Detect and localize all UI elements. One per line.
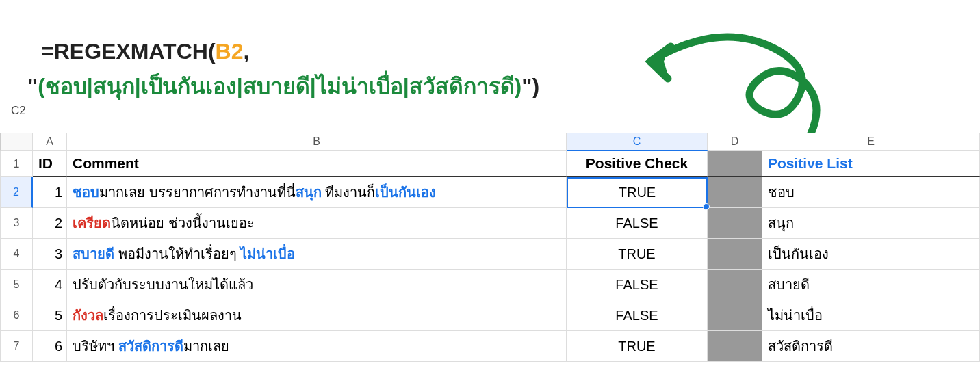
col-header-a[interactable]: A — [33, 133, 67, 151]
formula-display: = REGEXMATCH( B2 , " (ชอบ|สนุก|เป็นกันเอ… — [41, 34, 539, 104]
column-headers-row: A B C D E — [0, 133, 980, 151]
cell-positive-list[interactable]: ชอบ — [762, 177, 980, 208]
positive-word: สวัสดิการดี — [118, 335, 183, 357]
formula-line-2: " (ชอบ|สนุก|เป็นกันเอง|สบายดี|ไม่น่าเบื่… — [27, 69, 539, 104]
header-row: 1 ID Comment Positive Check Positive Lis… — [0, 151, 980, 177]
row-header[interactable]: 4 — [0, 239, 33, 270]
cell-comment[interactable]: บริษัทฯ สวัสดิการดีมากเลย — [67, 331, 567, 362]
close-quote: " — [521, 69, 532, 104]
row-header[interactable]: 3 — [0, 208, 33, 239]
name-box[interactable]: C2 — [11, 104, 26, 118]
cell-positive-check[interactable]: FALSE — [567, 300, 708, 331]
table-row: 76บริษัทฯ สวัสดิการดีมากเลยTRUEสวัสดิการ… — [0, 331, 980, 362]
close-paren: ) — [532, 69, 539, 104]
plain-text: นิดหน่อย ช่วงนี้งานเยอะ — [111, 212, 255, 234]
plain-text: มากเลย — [183, 335, 229, 357]
cell-id[interactable]: 1 — [33, 177, 67, 208]
cell-positive-check[interactable]: TRUE — [567, 177, 708, 208]
plain-text: ทีมงานก็ — [322, 181, 376, 203]
cell-col-d[interactable] — [708, 239, 762, 270]
cell-comment[interactable]: ชอบมากเลย บรรยากาศการทำงานที่นี่สนุก ทีม… — [67, 177, 567, 208]
spreadsheet[interactable]: A B C D E 1 ID Comment Positive Check Po… — [0, 133, 980, 362]
cell-col-d[interactable] — [708, 270, 762, 300]
equals-sign: = — [41, 34, 54, 69]
table-row: 32เครียดนิดหน่อย ช่วงนี้งานเยอะFALSEสนุก — [0, 208, 980, 239]
table-row: 65กังวลเรื่องการประเมินผลงานFALSEไม่น่าเ… — [0, 300, 980, 331]
positive-word: เป็นกันเอง — [375, 181, 436, 203]
row-header[interactable]: 5 — [0, 270, 33, 300]
negative-word: เครียด — [73, 212, 111, 234]
function-name: REGEXMATCH( — [54, 34, 216, 69]
positive-word: สบายดี — [73, 243, 114, 265]
cell-positive-list[interactable]: เป็นกันเอง — [762, 239, 980, 270]
cell-positive-check[interactable]: FALSE — [567, 208, 708, 239]
positive-word: สนุก — [296, 181, 322, 203]
cell-id[interactable]: 3 — [33, 239, 67, 270]
cell-col-d[interactable] — [708, 177, 762, 208]
col-header-e[interactable]: E — [762, 133, 980, 151]
table-row: 54ปรับตัวกับระบบงานใหม่ได้แล้วFALSEสบายด… — [0, 270, 980, 300]
cell-positive-check[interactable]: TRUE — [567, 331, 708, 362]
cell-id[interactable]: 6 — [33, 331, 67, 362]
table-row: 43สบายดี พอมีงานให้ทำเรื่อยๆ ไม่น่าเบื่อ… — [0, 239, 980, 270]
cell-comment[interactable]: เครียดนิดหน่อย ช่วงนี้งานเยอะ — [67, 208, 567, 239]
cell-reference: B2 — [216, 34, 244, 69]
plain-text: มากเลย บรรยากาศการทำงานที่นี่ — [99, 181, 296, 203]
cell-id[interactable]: 5 — [33, 300, 67, 331]
comma: , — [243, 34, 249, 69]
cell-positive-list[interactable]: ไม่น่าเบื่อ — [762, 300, 980, 331]
table-row: 21ชอบมากเลย บรรยากาศการทำงานที่นี่สนุก ท… — [0, 177, 980, 208]
positive-word: ชอบ — [73, 181, 99, 203]
cell-comment[interactable]: กังวลเรื่องการประเมินผลงาน — [67, 300, 567, 331]
plain-text: บริษัทฯ — [73, 335, 118, 357]
col-header-d[interactable]: D — [708, 133, 762, 151]
cell-col-d[interactable] — [708, 208, 762, 239]
cell-positive-check[interactable]: TRUE — [567, 239, 708, 270]
cell-id[interactable]: 2 — [33, 208, 67, 239]
cell-id[interactable]: 4 — [33, 270, 67, 300]
negative-word: กังวล — [73, 304, 103, 326]
curved-arrow-icon — [636, 14, 835, 137]
header-positive-check[interactable]: Positive Check — [567, 151, 708, 177]
header-id[interactable]: ID — [33, 151, 67, 177]
row-header[interactable]: 7 — [0, 331, 33, 362]
cell-positive-list[interactable]: สนุก — [762, 208, 980, 239]
header-col-d[interactable] — [708, 151, 762, 177]
regex-pattern: (ชอบ|สนุก|เป็นกันเอง|สบายดี|ไม่น่าเบื่อ|… — [38, 69, 521, 104]
cell-positive-list[interactable]: สบายดี — [762, 270, 980, 300]
plain-text: เรื่องการประเมินผลงาน — [103, 304, 242, 326]
cell-comment[interactable]: สบายดี พอมีงานให้ทำเรื่อยๆ ไม่น่าเบื่อ — [67, 239, 567, 270]
row-header-1[interactable]: 1 — [0, 151, 33, 177]
plain-text: พอมีงานให้ทำเรื่อยๆ — [114, 243, 240, 265]
positive-word: ไม่น่าเบื่อ — [240, 243, 295, 265]
col-header-c[interactable]: C — [567, 133, 708, 151]
plain-text: ปรับตัวกับระบบงานใหม่ได้แล้ว — [73, 274, 253, 295]
svg-marker-0 — [645, 44, 669, 79]
open-quote: " — [27, 69, 38, 104]
select-all-corner[interactable] — [0, 133, 33, 151]
row-header[interactable]: 2 — [0, 177, 33, 208]
row-header[interactable]: 6 — [0, 300, 33, 331]
cell-col-d[interactable] — [708, 300, 762, 331]
header-positive-list[interactable]: Positive List — [762, 151, 980, 177]
formula-line-1: = REGEXMATCH( B2 , — [41, 34, 539, 69]
header-comment[interactable]: Comment — [67, 151, 567, 177]
cell-comment[interactable]: ปรับตัวกับระบบงานใหม่ได้แล้ว — [67, 270, 567, 300]
col-header-b[interactable]: B — [67, 133, 567, 151]
cell-positive-check[interactable]: FALSE — [567, 270, 708, 300]
cell-positive-list[interactable]: สวัสดิการดี — [762, 331, 980, 362]
cell-col-d[interactable] — [708, 331, 762, 362]
